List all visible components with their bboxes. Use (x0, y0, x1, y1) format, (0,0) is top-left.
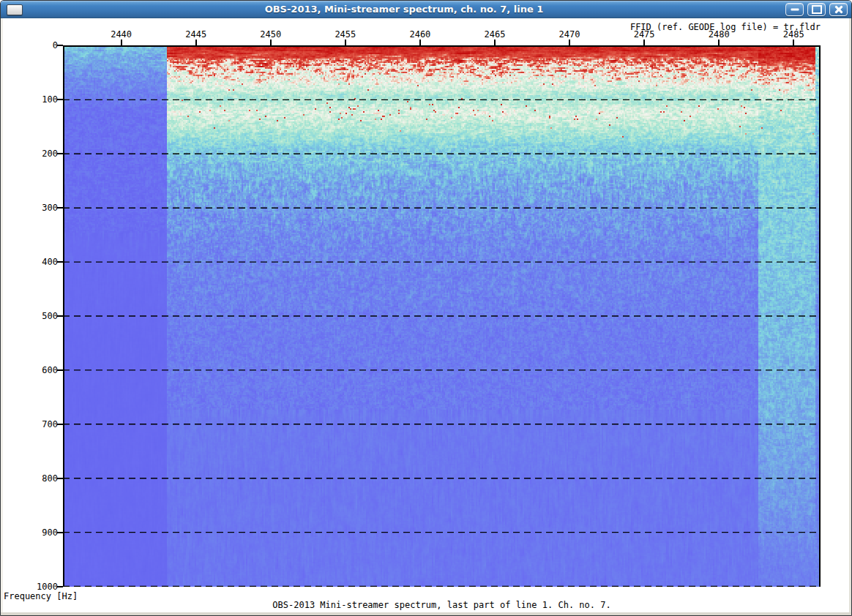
y-tick-label: 700 (23, 419, 58, 429)
app-window: OBS-2013, Mini-streamer spectrum, ch. no… (0, 0, 852, 616)
window-controls (785, 3, 848, 16)
minimize-button[interactable] (785, 3, 804, 16)
y-tick-mark (57, 532, 63, 533)
y-tick-label: 500 (23, 311, 58, 321)
x-tick-mark (494, 40, 496, 45)
y-tick-mark (57, 261, 63, 263)
y-tick-mark (57, 586, 63, 587)
minimize-icon (791, 9, 799, 11)
x-tick-label: 2445 (185, 29, 206, 40)
maximize-icon (812, 5, 822, 14)
y-tick-mark (57, 99, 63, 100)
window-title: OBS-2013, Mini-streamer spectrum, ch. no… (30, 1, 778, 18)
window-menu-button[interactable] (7, 4, 23, 15)
close-icon (834, 5, 843, 15)
x-tick-mark (195, 40, 197, 45)
y-tick-label: 0 (23, 40, 58, 50)
y-tick-mark (57, 315, 63, 317)
x-tick-mark (718, 40, 720, 45)
y-tick-label: 100 (23, 94, 58, 105)
x-tick-label: 2485 (783, 29, 804, 40)
y-tick-label: 300 (23, 203, 58, 213)
x-tick-label: 2450 (260, 29, 281, 40)
plot-caption: OBS-2013 Mini-streamer spectrum, last pa… (63, 600, 821, 611)
top-axis-title: FFID (ref. GEODE log file) = tr.fldr (63, 22, 821, 32)
y-tick-mark (57, 153, 63, 154)
y-tick-mark (57, 369, 63, 371)
y-tick-label: 200 (23, 149, 58, 159)
y-tick-label: 400 (23, 257, 58, 267)
close-button[interactable] (829, 3, 848, 16)
y-tick-mark (57, 207, 63, 209)
x-tick-label: 2460 (409, 29, 430, 40)
x-tick-label: 2480 (709, 29, 730, 40)
x-tick-mark (569, 40, 570, 45)
window-frame-right (849, 18, 851, 615)
spectrogram-canvas (63, 45, 821, 587)
x-tick-label: 2475 (634, 29, 655, 40)
x-tick-mark (419, 40, 421, 45)
window-frame-left (1, 18, 3, 615)
x-tick-mark (270, 40, 272, 45)
x-tick-label: 2455 (335, 29, 356, 40)
y-tick-mark (57, 45, 63, 46)
x-tick-mark (121, 40, 122, 45)
y-tick-mark (57, 424, 63, 425)
x-tick-mark (345, 40, 346, 45)
x-tick-label: 2470 (559, 29, 580, 40)
y-tick-label: 800 (23, 473, 58, 484)
x-tick-label: 2465 (485, 29, 506, 40)
titlebar: OBS-2013, Mini-streamer spectrum, ch. no… (1, 1, 851, 18)
x-tick-label: 2440 (111, 29, 132, 40)
x-tick-mark (793, 40, 794, 45)
y-tick-label: 900 (23, 527, 58, 538)
y-tick-mark (57, 478, 63, 479)
maximize-button[interactable] (807, 3, 826, 16)
y-tick-label: 600 (23, 365, 58, 375)
x-tick-mark (643, 40, 645, 45)
window-frame-bottom (1, 612, 851, 615)
y-tick-label: 1000 (23, 582, 58, 592)
